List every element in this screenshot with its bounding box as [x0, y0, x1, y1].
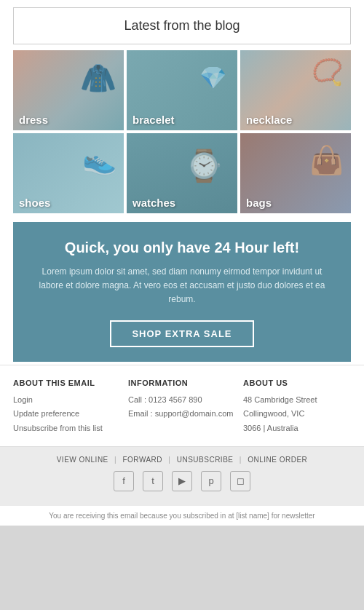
product-cell-watches[interactable]: watches: [127, 133, 237, 213]
cta-heading: Quick, you only have 24 Hour left!: [31, 239, 333, 256]
footer-email: Email : support@domain.com: [128, 407, 236, 421]
footer-address-1: 48 Cambridge Street: [243, 393, 351, 408]
product-grid: dress bracelet necklace shoes watches ba…: [0, 44, 364, 219]
footer-update-link[interactable]: Update preference: [13, 407, 121, 421]
nav-footer: VIEW ONLINE | FORWARD | UNSUBSCRIBE | ON…: [0, 446, 364, 506]
nav-unsubscribe[interactable]: UNSUBSCRIBE: [177, 456, 234, 464]
product-cell-necklace[interactable]: necklace: [240, 50, 351, 130]
subscribe-note: You are receiving this email because you…: [0, 506, 364, 526]
blog-header: Latest from the blog: [13, 7, 351, 44]
footer-unsubscribe-link[interactable]: Unsubscribe from this list: [13, 421, 121, 436]
nav-sep-1: |: [114, 456, 116, 464]
watches-label: watches: [127, 192, 181, 213]
footer-about-email-heading: ABOUT THIS EMAIL: [13, 379, 121, 387]
footer-info-heading: INFORMATION: [128, 379, 236, 387]
footer-about-us-heading: ABOUT US: [243, 379, 351, 387]
shop-button[interactable]: SHOP EXTRA SALE: [110, 320, 253, 347]
email-wrapper: Latest from the blog dress bracelet neck…: [0, 0, 364, 526]
footer-about-us: ABOUT US 48 Cambridge Street Collingwood…: [243, 379, 351, 436]
bracelet-label: bracelet: [127, 109, 181, 130]
nav-forward[interactable]: FORWARD: [122, 456, 162, 464]
footer-info: INFORMATION Call : 0123 4567 890 Email :…: [128, 379, 236, 436]
footer-address-2: Collingwood, VIC: [243, 407, 351, 421]
subscribe-text: You are receiving this email because you…: [13, 512, 351, 520]
footer-address-3: 3066 | Australia: [243, 421, 351, 436]
nav-online-order[interactable]: ONLINE ORDER: [248, 456, 307, 464]
product-cell-bags[interactable]: bags: [240, 133, 351, 213]
product-cell-shoes[interactable]: shoes: [13, 133, 124, 213]
facebook-icon[interactable]: f: [114, 471, 134, 491]
nav-sep-2: |: [168, 456, 170, 464]
product-cell-bracelet[interactable]: bracelet: [127, 50, 237, 130]
youtube-icon[interactable]: ▶: [172, 471, 192, 491]
footer-login-link[interactable]: Login: [13, 393, 121, 408]
necklace-label: necklace: [240, 109, 298, 130]
nav-sep-3: |: [240, 456, 242, 464]
nav-links-row: VIEW ONLINE | FORWARD | UNSUBSCRIBE | ON…: [7, 456, 357, 464]
product-cell-dress[interactable]: dress: [13, 50, 124, 130]
pinterest-icon[interactable]: p: [201, 471, 221, 491]
footer-about-email: ABOUT THIS EMAIL Login Update preference…: [13, 379, 121, 436]
bags-label: bags: [240, 192, 277, 213]
cta-body: Lorem ipsum dolor sit amet, sed diam non…: [31, 265, 333, 307]
footer-phone: Call : 0123 4567 890: [128, 393, 236, 408]
social-icons-row: f t ▶ p ◻: [7, 471, 357, 491]
cta-banner: Quick, you only have 24 Hour left! Lorem…: [13, 222, 351, 362]
footer-columns: ABOUT THIS EMAIL Login Update preference…: [0, 365, 364, 446]
dress-label: dress: [13, 109, 54, 130]
instagram-icon[interactable]: ◻: [230, 471, 250, 491]
blog-title: Latest from the blog: [21, 18, 343, 33]
nav-view-online[interactable]: VIEW ONLINE: [57, 456, 108, 464]
shoes-label: shoes: [13, 192, 56, 213]
twitter-icon[interactable]: t: [143, 471, 163, 491]
